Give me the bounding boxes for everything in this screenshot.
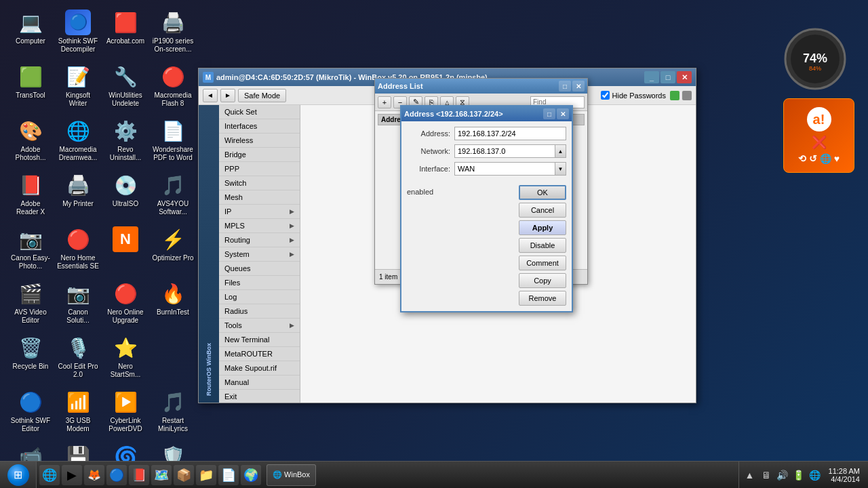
clock-time: 11:28 AM: [829, 467, 860, 475]
avast-widget[interactable]: a! ❌ ⟲ ↺ 🌐 ♥: [783, 98, 854, 173]
nav-item-new-terminal[interactable]: New Terminal: [219, 333, 300, 347]
taskbar-globe-icon[interactable]: 🌍: [241, 465, 261, 485]
speedometer-widget: 74% 84%: [783, 27, 848, 92]
nav-item-switch[interactable]: Switch: [219, 176, 300, 190]
icon-sothink[interactable]: 🔵 Sothink SWF Decompiler: [54, 7, 102, 60]
ok-button[interactable]: OK: [519, 185, 566, 200]
nav-item-exit[interactable]: Exit: [219, 390, 300, 403]
network-field-input[interactable]: [454, 144, 555, 158]
copy-button[interactable]: Copy: [519, 273, 566, 288]
back-button[interactable]: ◄: [203, 89, 218, 102]
taskbar-ff-icon[interactable]: 🦊: [84, 465, 104, 485]
safe-mode-button[interactable]: Safe Mode: [238, 89, 286, 102]
icon-nero-home[interactable]: 🔴 Nero Home Essentials SE: [54, 224, 102, 277]
icon-cyberlink[interactable]: ▶️ CyberLink PowerDVD: [102, 386, 149, 439]
nav-item-bridge[interactable]: Bridge: [219, 148, 300, 162]
cancel-button[interactable]: Cancel: [519, 203, 566, 218]
icon-burnintest[interactable]: 🔥 BurnInTest: [149, 278, 197, 331]
taskbar-chrome-icon[interactable]: 🔵: [106, 465, 127, 485]
icon-ultraiso[interactable]: 💿 UltraISO: [102, 169, 149, 222]
taskbar-maps-icon[interactable]: 🗺️: [151, 465, 172, 485]
edit-restore-btn[interactable]: □: [543, 108, 555, 119]
icon-canon-soluti[interactable]: 📷 Canon Soluti...: [54, 278, 102, 331]
nav-item-ip[interactable]: IP ▶: [219, 205, 300, 219]
edit-close-btn[interactable]: ✕: [557, 108, 569, 119]
winbox-nav[interactable]: Quick Set Interfaces Wireless Bridge PPP…: [219, 105, 300, 403]
icon-acrobat[interactable]: 🟥 Acrobat.com: [102, 7, 149, 60]
nav-item-files[interactable]: Files: [219, 276, 300, 290]
icon-canon-easy[interactable]: 📷 Canon Easy-Photo...: [7, 224, 54, 277]
nav-item-queues[interactable]: Queues: [219, 262, 300, 276]
icon-photoshop[interactable]: 🎨 Adobe Photosh...: [7, 115, 54, 168]
icon-computer[interactable]: 💻 Computer: [7, 7, 54, 60]
taskbar-pdf-icon[interactable]: 📕: [129, 465, 149, 485]
nav-item-radius[interactable]: Radius: [219, 304, 300, 319]
taskbar-archive-icon[interactable]: 📦: [174, 465, 194, 485]
nav-item-makesupout[interactable]: Make Supout.rif: [219, 361, 300, 375]
icon-recycle[interactable]: 🗑️ Recycle Bin: [7, 332, 54, 385]
remove-button[interactable]: Remove: [519, 291, 566, 306]
nav-item-metarouter[interactable]: MetaROUTER: [219, 347, 300, 361]
icon-winutilities[interactable]: 🔧 WinUtilities Undelete: [102, 61, 149, 114]
minimize-button[interactable]: _: [644, 71, 659, 83]
comment-button[interactable]: Comment: [519, 256, 566, 270]
nav-item-interfaces[interactable]: Interfaces: [219, 119, 300, 134]
network-spin-up[interactable]: ▲: [555, 144, 566, 158]
taskbar-winbox-item[interactable]: 🌐 WinBox: [267, 464, 316, 486]
tray-network2-icon[interactable]: 🌐: [808, 468, 822, 482]
nav-item-routing[interactable]: Routing ▶: [219, 233, 300, 247]
icon-avs4you[interactable]: 🎵 AVS4YOU Softwar...: [149, 169, 197, 222]
address-field-input[interactable]: [454, 127, 566, 140]
start-button[interactable]: ⊞: [0, 462, 37, 489]
tray-volume-icon[interactable]: 🔊: [776, 468, 789, 482]
tray-network-icon[interactable]: 🖥: [760, 468, 773, 482]
tray-battery-icon[interactable]: 🔋: [792, 468, 806, 482]
nav-item-mpls[interactable]: MPLS ▶: [219, 219, 300, 233]
addr-add-btn[interactable]: +: [378, 96, 391, 108]
icon-ip1900[interactable]: 🖨️ iP1900 series On-screen...: [149, 7, 197, 60]
icon-nero-online[interactable]: 🔴 Nero Online Upgrade: [102, 278, 149, 331]
icon-revo[interactable]: ⚙️ Revo Uninstall...: [102, 115, 149, 168]
addr-restore-btn[interactable]: □: [559, 81, 571, 92]
icon-myprinter[interactable]: 🖨️ My Printer: [54, 169, 102, 222]
nav-item-mesh[interactable]: Mesh: [219, 190, 300, 205]
taskbar-word-icon[interactable]: 📄: [218, 465, 239, 485]
addr-close-btn[interactable]: ✕: [572, 81, 585, 92]
winbox-controls: _ □ ✕: [644, 71, 692, 83]
icon-n[interactable]: N: [102, 224, 149, 277]
icon-pdf2word[interactable]: 📄 Wondershare PDF to Word: [149, 115, 197, 168]
taskbar-ie-icon[interactable]: 🌐: [39, 465, 60, 485]
apply-button[interactable]: Apply: [519, 220, 566, 235]
icon-reader[interactable]: 📕 Adobe Reader X: [7, 169, 54, 222]
nav-item-quickset[interactable]: Quick Set: [219, 105, 300, 119]
nav-item-log[interactable]: Log: [219, 290, 300, 304]
icon-optimizer[interactable]: ⚡ Optimizer Pro: [149, 224, 197, 277]
nav-item-ppp[interactable]: PPP: [219, 162, 300, 176]
interface-field-input[interactable]: [454, 162, 555, 176]
icon-3g-modem[interactable]: 📶 3G USB Modem: [54, 386, 102, 439]
icon-flash[interactable]: 🔴 Macromedia Flash 8: [149, 61, 197, 114]
disable-button[interactable]: Disable: [519, 238, 566, 253]
taskbar-media-icon[interactable]: ▶: [62, 465, 82, 485]
icon-dreamweaver[interactable]: 🌐 Macromedia Dreamwea...: [54, 115, 102, 168]
icon-avsvideo[interactable]: 🎬 AVS Video Editor: [7, 278, 54, 331]
nav-item-system[interactable]: System ▶: [219, 247, 300, 262]
nav-item-tools[interactable]: Tools ▶: [219, 319, 300, 333]
icon-nero-start[interactable]: ⭐ Nero StartSm...: [102, 332, 149, 385]
interface-dropdown-btn[interactable]: ▼: [555, 162, 566, 176]
forward-button[interactable]: ►: [220, 89, 235, 102]
maximize-button[interactable]: □: [660, 71, 675, 83]
hide-passwords-checkbox[interactable]: [601, 91, 610, 100]
avast-actions: ⟲ ↺ 🌐 ♥: [798, 153, 840, 164]
nav-item-manual[interactable]: Manual: [219, 375, 300, 390]
close-button[interactable]: ✕: [677, 71, 692, 83]
icon-cool-edit[interactable]: 🎙️ Cool Edit Pro 2.0: [54, 332, 102, 385]
icon-sothink-editor[interactable]: 🔵 Sothink SWF Editor: [7, 386, 54, 439]
tray-expand-icon[interactable]: ▲: [743, 468, 757, 482]
nav-item-wireless[interactable]: Wireless: [219, 134, 300, 148]
icon-transtool[interactable]: 🟩 TransTool: [7, 61, 54, 114]
dialog-enabled-area: enabled: [407, 185, 513, 306]
icon-minilyrics[interactable]: 🎵 Restart MiniLyrics: [149, 386, 197, 439]
taskbar-folder-icon[interactable]: 📁: [196, 465, 216, 485]
icon-kingsoft[interactable]: 📝 Kingsoft Writer: [54, 61, 102, 114]
